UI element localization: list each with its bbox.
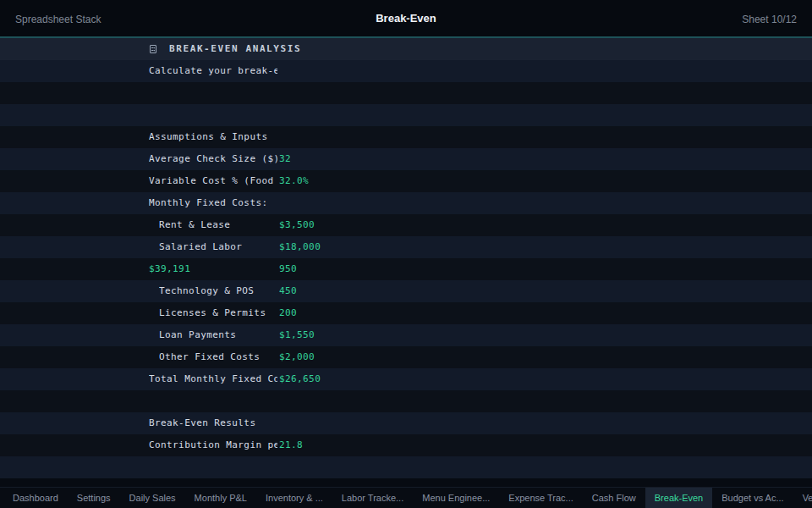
sheet-row[interactable]: Variable Cost % (Food +32.0%	[0, 170, 812, 192]
sheet-row[interactable]: Salaried Labor$18,000	[0, 236, 812, 258]
cell-label[interactable]: Assumptions & Inputs	[149, 126, 277, 148]
tab-cash-flow[interactable]: Cash Flow	[583, 488, 645, 508]
cell-label[interactable]: $39,191	[149, 258, 277, 280]
tab-vendor-track[interactable]: Vendor Track...	[793, 488, 812, 508]
cell-value[interactable]: $3,500	[279, 214, 315, 236]
app-name: Spreadsheet Stack	[15, 14, 101, 25]
cell-label[interactable]: Loan Payments	[159, 324, 277, 346]
cell-label[interactable]: Break-Even Results	[149, 412, 277, 434]
sheet-row[interactable]: Other Fixed Costs$2,000	[0, 346, 812, 368]
sheet-row[interactable]: Rent & Lease$3,500	[0, 214, 812, 236]
missing-glyph-box-icon	[150, 45, 156, 53]
cell-value[interactable]: 450	[279, 280, 297, 302]
cell-label[interactable]: Licenses & Permits	[159, 302, 277, 324]
sheet-tab-bar: DashboardSettingsDaily SalesMonthly P&LI…	[0, 487, 812, 508]
cell-label[interactable]: Salaried Labor	[159, 236, 277, 258]
sheet-row[interactable]: Contribution Margin per21.8	[0, 434, 812, 456]
tab-dashboard[interactable]: Dashboard	[3, 488, 68, 508]
tab-break-even[interactable]: Break-Even	[645, 488, 712, 508]
cell-label[interactable]: Total Monthly Fixed Cos	[149, 368, 277, 390]
cell-value[interactable]: $26,650	[279, 368, 321, 390]
cell-value[interactable]: 200	[279, 302, 297, 324]
sheet-row[interactable]	[0, 82, 812, 104]
tab-monthly-p-l[interactable]: Monthly P&L	[185, 488, 256, 508]
tab-settings[interactable]: Settings	[68, 488, 120, 508]
sheet-row[interactable]: Total Monthly Fixed Cos$26,650	[0, 368, 812, 390]
cell-value[interactable]: 950	[279, 258, 297, 280]
sheet-position-indicator: Sheet 10/12	[742, 14, 797, 25]
top-bar: Spreadsheet Stack Break-Even Sheet 10/12	[0, 0, 812, 38]
cell-value[interactable]: 32	[279, 148, 291, 170]
sheet-row[interactable]: Technology & POS450	[0, 280, 812, 302]
spreadsheet-grid: BREAK-EVEN ANALYSISCalculate your break-…	[0, 38, 812, 478]
cell-label[interactable]: Rent & Lease	[159, 214, 277, 236]
tab-expense-trac[interactable]: Expense Trac...	[499, 488, 582, 508]
cell-value[interactable]: $18,000	[279, 236, 321, 258]
sheet-row[interactable]: Calculate your break-ev	[0, 60, 812, 82]
cell-value[interactable]: $1,550	[279, 324, 315, 346]
sheet-row[interactable]	[0, 104, 812, 126]
tab-inventory[interactable]: Inventory & ...	[256, 488, 332, 508]
top-bar-right: Sheet 10/12	[536, 11, 797, 26]
sheet-row[interactable]	[0, 390, 812, 412]
sheet-row[interactable]: Monthly Fixed Costs:	[0, 192, 812, 214]
tab-budget-vs-ac[interactable]: Budget vs Ac...	[712, 488, 793, 508]
top-bar-left: Spreadsheet Stack	[15, 11, 276, 26]
sheet-row[interactable]: Licenses & Permits200	[0, 302, 812, 324]
cell-value[interactable]: 32.0%	[279, 170, 309, 192]
cell-label[interactable]: BREAK-EVEN ANALYSIS	[169, 38, 423, 60]
tab-menu-enginee[interactable]: Menu Enginee...	[413, 488, 499, 508]
cell-label[interactable]: Other Fixed Costs	[159, 346, 277, 368]
sheet-row[interactable]: Average Check Size ($)32	[0, 148, 812, 170]
sheet-row[interactable]: BREAK-EVEN ANALYSIS	[0, 38, 812, 60]
cell-label[interactable]: Contribution Margin per	[149, 434, 277, 456]
page-title: Break-Even	[276, 12, 536, 25]
cell-value[interactable]: $2,000	[279, 346, 315, 368]
tab-daily-sales[interactable]: Daily Sales	[120, 488, 185, 508]
cell-label[interactable]: Calculate your break-ev	[149, 60, 277, 82]
tab-labor-tracke[interactable]: Labor Tracke...	[332, 488, 413, 508]
cell-label[interactable]: Average Check Size ($)	[149, 148, 277, 170]
cell-value[interactable]: 21.8	[279, 434, 303, 456]
sheet-row[interactable]: Loan Payments$1,550	[0, 324, 812, 346]
sheet-row[interactable]: Break-Even Results	[0, 412, 812, 434]
cell-label[interactable]: Variable Cost % (Food +	[149, 170, 277, 192]
cell-label[interactable]: Technology & POS	[159, 280, 277, 302]
sheet-row[interactable]: Assumptions & Inputs	[0, 126, 812, 148]
sheet-row[interactable]	[0, 456, 812, 478]
cell-label[interactable]: Monthly Fixed Costs:	[149, 192, 277, 214]
sheet-row[interactable]: $39,191950	[0, 258, 812, 280]
